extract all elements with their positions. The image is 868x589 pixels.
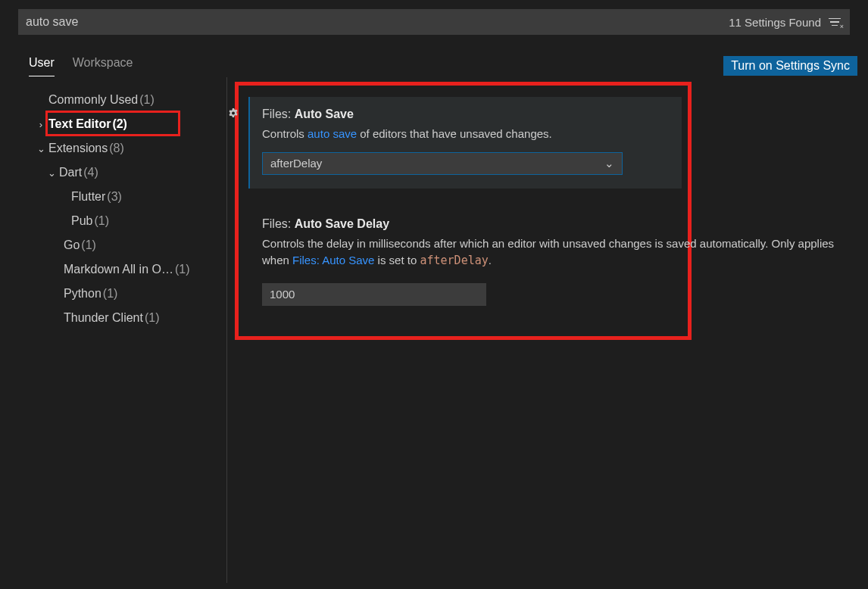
- setting-description: Controls auto save of editors that have …: [262, 126, 668, 143]
- chevron-down-icon: ⌄: [45, 167, 58, 179]
- sidebar-item-count: (1): [175, 263, 190, 276]
- body: Commonly Used (1) › Text Editor (2) ⌄ Ex…: [0, 77, 868, 583]
- setting-title-name: Auto Save Delay: [295, 217, 389, 230]
- desc-text: of editors that have unsaved changes.: [357, 127, 552, 140]
- sidebar-item-commonly-used[interactable]: Commonly Used (1): [0, 88, 226, 112]
- chevron-down-icon: ⌄: [35, 143, 47, 154]
- setting-title: Files: Auto Save: [262, 108, 668, 121]
- dropdown-value: afterDelay: [270, 157, 322, 170]
- sidebar-item-text-editor[interactable]: › Text Editor (2): [0, 112, 226, 136]
- sidebar-item-count: (1): [145, 311, 160, 325]
- setting-title: Files: Auto Save Delay: [262, 217, 839, 231]
- sidebar-item-count: (2): [112, 117, 127, 131]
- chevron-right-icon: ›: [35, 119, 47, 130]
- desc-link[interactable]: Files: Auto Save: [292, 254, 374, 266]
- setting-description: Controls the delay in milliseconds after…: [262, 235, 838, 270]
- settings-tree: Commonly Used (1) › Text Editor (2) ⌄ Ex…: [0, 77, 227, 583]
- sidebar-item-count: (3): [107, 190, 122, 204]
- sidebar-item-python[interactable]: Python (1): [0, 282, 226, 306]
- setting-files-auto-save: Files: Auto Save Controls auto save of e…: [248, 97, 682, 189]
- sidebar-item-label: Pub: [71, 214, 92, 228]
- desc-text: .: [489, 254, 492, 266]
- sidebar-item-label: Python: [64, 287, 101, 301]
- tab-user[interactable]: User: [29, 56, 55, 76]
- auto-save-delay-input[interactable]: [262, 283, 486, 306]
- sidebar-item-count: (4): [83, 166, 98, 179]
- setting-title-prefix: Files:: [262, 108, 295, 120]
- setting-title-prefix: Files:: [262, 217, 295, 230]
- search-input[interactable]: auto save: [26, 15, 729, 29]
- sidebar-item-count: (8): [109, 142, 124, 155]
- sidebar-item-pub[interactable]: Pub (1): [0, 209, 226, 233]
- sidebar-item-label: Markdown All in O…: [64, 263, 173, 276]
- sidebar-item-count: (1): [81, 238, 96, 252]
- desc-link[interactable]: auto save: [308, 127, 357, 140]
- sidebar-item-label: Go: [64, 238, 80, 252]
- tab-workspace[interactable]: Workspace: [73, 56, 133, 76]
- desc-code: afterDelay: [420, 254, 488, 267]
- sidebar-item-label: Text Editor: [48, 117, 111, 131]
- settings-content: Files: Auto Save Controls auto save of e…: [227, 77, 868, 583]
- sidebar-item-markdown[interactable]: Markdown All in O… (1): [0, 257, 226, 282]
- auto-save-dropdown[interactable]: afterDelay ⌄: [262, 152, 623, 175]
- sidebar-item-dart[interactable]: ⌄ Dart (4): [0, 160, 226, 185]
- sidebar-item-count: (1): [94, 214, 109, 228]
- search-results-area: 11 Settings Found ×: [729, 15, 842, 29]
- sidebar-item-thunder-client[interactable]: Thunder Client (1): [0, 306, 226, 330]
- sidebar-item-count: (1): [103, 287, 118, 301]
- sidebar-item-flutter[interactable]: Flutter (3): [0, 185, 226, 209]
- sidebar-item-label: Dart: [59, 166, 82, 179]
- chevron-down-icon: ⌄: [604, 157, 614, 170]
- tabs-row: User Workspace Turn on Settings Sync: [0, 35, 868, 77]
- search-bar: auto save 11 Settings Found ×: [18, 9, 850, 35]
- sidebar-item-extensions[interactable]: ⌄ Extensions (8): [0, 136, 226, 160]
- setting-files-auto-save-delay: Files: Auto Save Delay Controls the dela…: [248, 217, 853, 306]
- desc-text: is set to: [374, 254, 420, 266]
- sidebar-item-label: Thunder Client: [64, 311, 143, 325]
- results-count: 11 Settings Found: [729, 16, 821, 29]
- scope-tabs: User Workspace: [29, 56, 133, 76]
- settings-sync-button[interactable]: Turn on Settings Sync: [723, 56, 857, 76]
- setting-title-name: Auto Save: [295, 108, 354, 120]
- gear-icon[interactable]: [227, 108, 239, 120]
- sidebar-item-label: Flutter: [71, 190, 105, 204]
- sidebar-item-label: Extensions: [48, 142, 108, 155]
- sidebar-item-count: (1): [139, 93, 155, 107]
- sidebar-item-go[interactable]: Go (1): [0, 233, 226, 257]
- filter-icon[interactable]: ×: [829, 15, 842, 29]
- sidebar-item-label: Commonly Used: [48, 93, 138, 107]
- desc-text: Controls: [262, 127, 308, 140]
